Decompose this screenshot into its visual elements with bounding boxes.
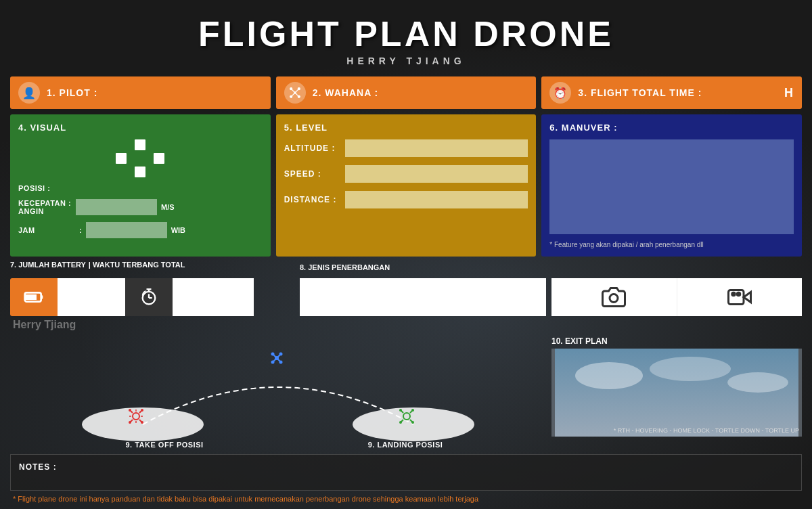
svg-point-32 (129, 409, 131, 412)
jam-label: JAM (18, 226, 79, 234)
speed-input[interactable] (345, 165, 528, 183)
battery-icon (10, 278, 58, 316)
svg-point-36 (353, 407, 474, 441)
label-7b: | WAKTU TERBANG TOTAL (89, 261, 185, 273)
section-5-level: 5. LEVEL ALTITUDE : SPEED : DISTANCE : (276, 114, 537, 257)
distance-input[interactable] (345, 191, 528, 208)
row-3 (10, 278, 802, 316)
posisi-label: POSISI : (18, 184, 79, 192)
flight-time-unit: H (784, 86, 794, 100)
notes-input[interactable] (19, 474, 793, 484)
exit-plan-image: * RTH - HOVERING - HOME LOCK - TORTLE DO… (551, 349, 802, 437)
kecepatan-unit: M/S (161, 203, 175, 211)
jam-row: JAM : WIB (18, 222, 263, 238)
svg-point-35 (141, 421, 143, 424)
pilot-label: PILOT : (60, 87, 98, 98)
svg-point-50 (271, 353, 275, 356)
svg-point-17 (610, 294, 618, 303)
timer-icon (125, 278, 173, 316)
distance-label: DISTANCE : (284, 195, 345, 204)
svg-line-5 (291, 89, 295, 93)
label-8: 8. JENIS PENERBANGAN (300, 263, 390, 271)
exit-plan-label: 10. EXIT PLAN (551, 336, 802, 346)
jam-unit: WIB (171, 226, 185, 234)
svg-point-44 (399, 421, 402, 424)
landing-label: 9. LANDING POSISI (338, 441, 473, 449)
svg-line-7 (291, 93, 295, 97)
posisi-row: POSISI : (18, 184, 263, 192)
row-2: 4. VISUAL POSISI : KECEPATAN : (10, 114, 802, 257)
watermark: Herry Tjiang (10, 319, 802, 331)
video-button[interactable] (677, 278, 803, 316)
section-2-wahana: 2. WAHANA : (276, 76, 537, 109)
jam-input[interactable] (86, 222, 167, 238)
manuver-label: 6. MANUVER : (549, 123, 794, 133)
section-1-pilot: 👤 1. PILOT : (10, 76, 271, 109)
row-1: 👤 1. PILOT : (10, 76, 802, 109)
level-label: 5. LEVEL (284, 123, 528, 133)
flight-type-input[interactable] (300, 278, 546, 316)
svg-line-8 (295, 93, 299, 97)
label-camera-placeholder (551, 261, 802, 273)
label-7: 7. JUMLAH BATTERY (10, 261, 86, 273)
flight-diagram: 9. TAKE OFF POSISI 9. LANDING POSISI (10, 336, 546, 449)
manuver-textarea[interactable] (549, 139, 794, 234)
manuver-note: * Feature yang akan dipakai / arah pener… (549, 241, 794, 248)
flight-time-label: FLIGHT TOTAL TIME : (591, 87, 702, 98)
pilot-number: 1. (47, 87, 56, 98)
flight-path-svg (10, 336, 546, 445)
svg-point-43 (411, 409, 414, 412)
svg-rect-19 (728, 290, 744, 305)
compass-dot-bottom (135, 167, 145, 177)
flight-time-header: ⏰ 3. FLIGHT TOTAL TIME : H (541, 76, 802, 109)
photo-button[interactable] (551, 278, 677, 316)
svg-rect-10 (26, 294, 37, 300)
notes-section: NOTES : (10, 454, 802, 491)
timer-input[interactable] (173, 278, 254, 316)
flight-type-section (300, 278, 546, 316)
page-title: FLIGHT PLAN DRONE (10, 14, 802, 54)
svg-point-57 (650, 357, 731, 381)
svg-point-20 (732, 292, 736, 296)
header: FLIGHT PLAN DRONE HERRY TJIANG (10, 7, 802, 70)
compass-dot-right (154, 153, 164, 164)
exit-plan-bg (551, 349, 802, 437)
svg-point-52 (271, 361, 275, 364)
svg-point-45 (411, 421, 414, 424)
svg-marker-18 (744, 292, 751, 303)
notes-label: NOTES : (19, 462, 57, 472)
drone-icon (284, 82, 306, 104)
pilot-header: 👤 1. PILOT : (10, 76, 271, 109)
clock-icon: ⏰ (549, 82, 571, 104)
svg-rect-11 (41, 295, 43, 298)
wahana-header: 2. WAHANA : (276, 76, 537, 109)
svg-point-21 (737, 292, 740, 296)
svg-point-56 (575, 362, 643, 389)
row-4: 9. TAKE OFF POSISI 9. LANDING POSISI 10.… (10, 336, 802, 449)
svg-point-42 (399, 409, 402, 412)
label-7-container: 7. JUMLAH BATTERY | WAKTU TERBANG TOTAL (10, 261, 294, 273)
svg-point-58 (727, 372, 788, 393)
wahana-number: 2. (313, 87, 322, 98)
section-4-visual: 4. VISUAL POSISI : KECEPATAN : (10, 114, 271, 257)
battery-section (10, 278, 294, 316)
speed-row: SPEED : (284, 165, 528, 183)
kecepatan-input[interactable] (76, 199, 157, 215)
compass-row-mid (116, 153, 164, 164)
altitude-input[interactable] (345, 139, 528, 157)
speed-label: SPEED : (284, 169, 345, 179)
compass-dot-top (135, 139, 145, 150)
battery-count-input[interactable] (58, 278, 125, 316)
camera-controls (551, 278, 802, 316)
svg-line-6 (295, 89, 299, 93)
kecepatan-label: KECEPATAN : ANGIN (18, 199, 76, 215)
altitude-label: ALTITUDE : (284, 143, 345, 153)
row3-labels: 7. JUMLAH BATTERY | WAKTU TERBANG TOTAL … (10, 261, 802, 273)
subtitle: HERRY TJIANG (10, 56, 802, 66)
takeoff-label: 9. TAKE OFF POSISI (97, 441, 232, 449)
svg-point-51 (279, 353, 283, 356)
footer-note: * Flight plane drone ini hanya panduan d… (10, 495, 802, 503)
distance-row: DISTANCE : (284, 191, 528, 208)
flight-time-number: 3. (578, 87, 587, 98)
compass-row-bot (135, 167, 145, 177)
